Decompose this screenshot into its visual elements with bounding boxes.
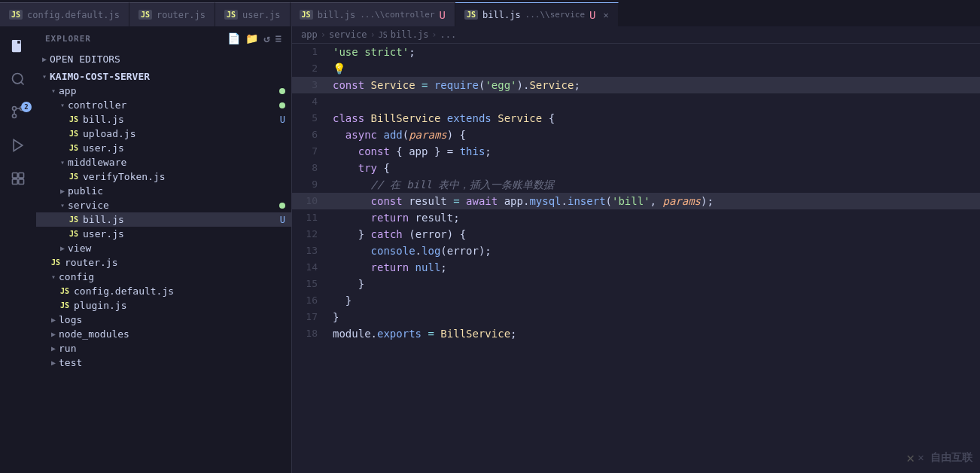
code-line-2: 2 💡 bbox=[292, 60, 980, 77]
watermark-text: ✕ 自由互联 bbox=[918, 451, 972, 465]
sidebar-item-service[interactable]: ▾ service bbox=[36, 198, 291, 212]
sidebar-item-test[interactable]: ▶ test bbox=[36, 356, 291, 370]
sidebar-item-plugin[interactable]: JS plugin.js bbox=[36, 298, 291, 313]
code-line-11: 11 return result; bbox=[292, 209, 980, 226]
code-line-3: 3 const Service = require('egg').Service… bbox=[292, 77, 980, 93]
code-line-17: 17 } bbox=[292, 309, 980, 325]
sidebar-item-app[interactable]: ▾ app bbox=[36, 84, 291, 98]
arrow-icon: ▶ bbox=[51, 359, 56, 367]
close-icon[interactable]: ✕ bbox=[604, 10, 609, 20]
arrow-icon: ▶ bbox=[60, 244, 65, 252]
tab-path: ...\\service bbox=[525, 10, 585, 20]
sidebar-item-public[interactable]: ▶ public bbox=[36, 184, 291, 198]
tab-bill-controller[interactable]: JS bill.js ...\\controller U bbox=[291, 2, 455, 26]
root-label: KAIMO-COST-SERVER bbox=[50, 71, 150, 82]
new-file-icon[interactable]: 📄 bbox=[227, 32, 241, 44]
sidebar-item-run[interactable]: ▶ run bbox=[36, 341, 291, 356]
sidebar-item-config-default[interactable]: JS config.default.js bbox=[36, 284, 291, 298]
code-line-12: 12 } catch (error) { bbox=[292, 226, 980, 243]
sidebar-item-node-modules[interactable]: ▶ node_modules bbox=[36, 327, 291, 341]
code-line-6: 6 async add(params) { bbox=[292, 127, 980, 143]
sidebar-item-controller-bill[interactable]: JS bill.js U bbox=[36, 112, 291, 127]
code-line-14: 14 return null; bbox=[292, 259, 980, 276]
app-label: app bbox=[59, 85, 76, 96]
arrow-icon: ▶ bbox=[51, 344, 56, 352]
breadcrumb-file: bill.js bbox=[391, 29, 429, 40]
sidebar-item-view[interactable]: ▶ view bbox=[36, 241, 291, 255]
tab-router[interactable]: JS router.js bbox=[129, 2, 215, 26]
sidebar-item-router[interactable]: JS router.js bbox=[36, 255, 291, 270]
modified-dot bbox=[279, 102, 285, 108]
sidebar-item-logs[interactable]: ▶ logs bbox=[36, 313, 291, 327]
activity-search-icon[interactable] bbox=[5, 66, 32, 93]
config-label: config bbox=[59, 271, 94, 282]
code-editor[interactable]: 1 'use strict'; 2 💡 3 const Service = re… bbox=[292, 44, 980, 473]
sidebar-item-controller-user[interactable]: JS user.js bbox=[36, 141, 291, 155]
tab-bill-service[interactable]: JS bill.js ...\\service U ✕ bbox=[455, 2, 619, 26]
tab-bar: JS config.default.js JS router.js JS use… bbox=[0, 0, 980, 26]
sidebar-item-middleware[interactable]: ▾ middleware bbox=[36, 155, 291, 169]
file-label: verifyToken.js bbox=[83, 171, 166, 182]
arrow-icon: ▾ bbox=[60, 158, 65, 166]
sidebar-title: EXPLORER bbox=[45, 34, 91, 44]
sidebar: EXPLORER 📄 📁 ↺ ≡ ▶ OPEN EDITORS ▾ KAIMO-… bbox=[36, 26, 292, 473]
tab-user[interactable]: JS user.js bbox=[215, 2, 291, 26]
arrow-icon: ▾ bbox=[60, 101, 65, 109]
svg-point-2 bbox=[13, 107, 17, 111]
code-line-1: 1 'use strict'; bbox=[292, 44, 980, 60]
node-modules-label: node_modules bbox=[59, 328, 129, 340]
arrow-icon: ▾ bbox=[51, 87, 56, 95]
tab-path: ...\\controller bbox=[360, 10, 434, 20]
code-line-16: 16 } bbox=[292, 292, 980, 309]
tab-label: bill.js bbox=[482, 10, 521, 20]
breadcrumb-service: service bbox=[329, 29, 367, 40]
js-badge: JS bbox=[138, 10, 152, 20]
unsaved-badge: U bbox=[280, 114, 285, 125]
modified-dot bbox=[279, 203, 285, 209]
sidebar-item-controller[interactable]: ▾ controller bbox=[36, 98, 291, 112]
activity-debug-icon[interactable] bbox=[5, 132, 32, 159]
badge: 2 bbox=[21, 102, 32, 112]
new-folder-icon[interactable]: 📁 bbox=[245, 32, 259, 44]
code-line-8: 8 try { bbox=[292, 160, 980, 176]
breadcrumb-ellipsis: ... bbox=[440, 29, 457, 40]
sidebar-item-service-bill[interactable]: JS bill.js U bbox=[36, 212, 291, 227]
js-badge: JS bbox=[464, 10, 478, 20]
svg-point-1 bbox=[13, 74, 23, 84]
sidebar-item-upload[interactable]: JS upload.js bbox=[36, 127, 291, 141]
sidebar-item-root[interactable]: ▾ KAIMO-COST-SERVER bbox=[36, 69, 291, 84]
open-editors-label: OPEN EDITORS bbox=[50, 53, 120, 65]
tab-label: router.js bbox=[157, 10, 205, 20]
main-area: 2 EXPLORER 📄 📁 ↺ ≡ ▶ bbox=[0, 26, 980, 473]
collapse-icon[interactable]: ≡ bbox=[275, 32, 282, 44]
activity-files-icon[interactable]: 2 bbox=[5, 32, 32, 60]
project-section: ▾ KAIMO-COST-SERVER ▾ app ▾ controller J… bbox=[36, 68, 291, 371]
breadcrumb: app › service › JS bill.js › ... bbox=[292, 26, 980, 44]
file-label: config.default.js bbox=[74, 285, 174, 297]
sidebar-item-service-user[interactable]: JS user.js bbox=[36, 227, 291, 241]
tab-config-default[interactable]: JS config.default.js bbox=[0, 2, 129, 26]
sidebar-item-verifytoken[interactable]: JS verifyToken.js bbox=[36, 169, 291, 184]
arrow-icon: ▾ bbox=[60, 201, 65, 209]
middleware-label: middleware bbox=[68, 157, 126, 168]
unsaved-badge: U bbox=[280, 215, 285, 225]
tab-label: bill.js bbox=[318, 10, 356, 20]
refresh-icon[interactable]: ↺ bbox=[263, 32, 270, 44]
code-line-15: 15 } bbox=[292, 276, 980, 292]
tab-label: config.default.js bbox=[27, 10, 120, 20]
public-label: public bbox=[68, 185, 103, 197]
service-label: service bbox=[68, 200, 109, 211]
sidebar-item-open-editors[interactable]: ▶ OPEN EDITORS bbox=[36, 52, 291, 66]
arrow-icon: ▶ bbox=[42, 55, 47, 63]
activity-extensions-icon[interactable] bbox=[5, 165, 32, 192]
js-icon: JS bbox=[69, 130, 78, 138]
svg-rect-9 bbox=[19, 179, 24, 185]
tab-unsaved: U bbox=[589, 9, 595, 21]
sidebar-item-config[interactable]: ▾ config bbox=[36, 270, 291, 284]
js-badge: JS bbox=[9, 10, 23, 20]
arrow-icon: ▶ bbox=[60, 187, 65, 195]
file-label: upload.js bbox=[83, 128, 135, 139]
js-icon: JS bbox=[60, 287, 69, 295]
file-label: user.js bbox=[83, 142, 124, 154]
controller-label: controller bbox=[68, 99, 126, 111]
